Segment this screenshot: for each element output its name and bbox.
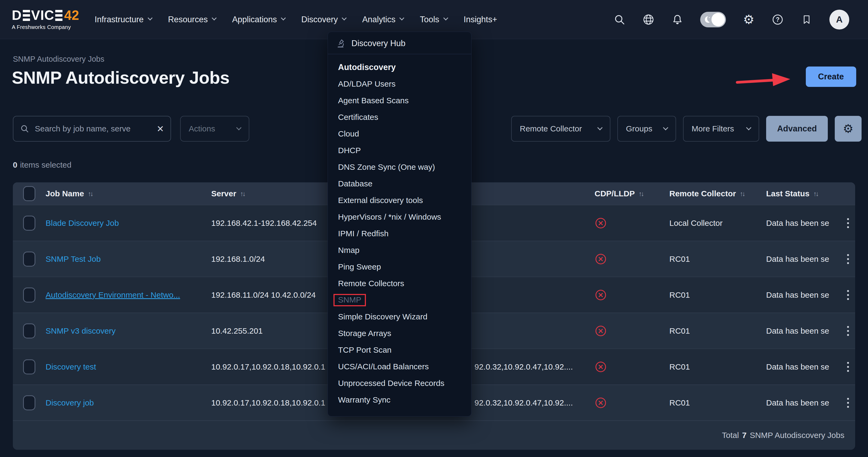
discovery-menu-item[interactable]: Simple Discovery Wizard xyxy=(338,308,471,325)
filter-label: More Filters xyxy=(692,124,734,133)
toggle-knob xyxy=(711,13,725,26)
column-header-server[interactable]: Server↑↓ xyxy=(211,189,245,198)
help-icon[interactable]: ? xyxy=(772,13,784,26)
job-name-link[interactable]: Autodiscovery Environment - Netwo... xyxy=(45,291,180,300)
row-actions-kebab[interactable] xyxy=(845,288,850,301)
discovery-menu-item[interactable]: Storage Arrays xyxy=(338,325,471,342)
annotation-arrow-icon xyxy=(735,70,792,90)
theme-toggle[interactable] xyxy=(700,12,726,27)
notifications-bell-icon[interactable] xyxy=(671,13,684,26)
discovery-menu-item[interactable]: Database xyxy=(338,175,471,192)
discovery-menu-item[interactable]: Warranty Sync xyxy=(338,392,471,408)
job-name-link[interactable]: SNMP v3 discovery xyxy=(45,326,116,336)
total-prefix: Total xyxy=(722,431,739,440)
snmp-highlight-box: SNMP xyxy=(334,294,366,306)
column-header-last-status[interactable]: Last Status↑↓ xyxy=(766,189,818,198)
column-header-job-name[interactable]: Job Name↑↓ xyxy=(45,189,92,198)
search-input[interactable] xyxy=(34,124,152,133)
row-checkbox[interactable] xyxy=(23,324,35,338)
row-checkbox[interactable] xyxy=(23,251,35,267)
row-checkbox[interactable] xyxy=(23,395,35,410)
cdp-lldp-error-icon xyxy=(595,361,607,373)
discovery-menu-item[interactable]: Agent Based Scans xyxy=(338,92,471,109)
job-name-link[interactable]: Discovery test xyxy=(45,362,96,371)
last-status-cell: Data has been se xyxy=(766,291,829,300)
discovery-hub-label: Discovery Hub xyxy=(351,39,406,48)
chevron-down-icon xyxy=(281,16,286,20)
search-icon[interactable] xyxy=(613,13,626,26)
row-actions-kebab[interactable] xyxy=(845,216,850,230)
discovery-menu-item-snmp-highlighted[interactable]: SNMP xyxy=(338,292,471,308)
server-cell: 192.168.11.0/24 10.42.0.0/24 xyxy=(211,291,316,300)
select-all-checkbox[interactable] xyxy=(23,186,35,201)
table-settings-gear-button[interactable]: ⚙ xyxy=(835,116,862,142)
row-actions-kebab[interactable] xyxy=(845,324,850,337)
device42-logo[interactable]: D VIC 42 A Freshworks Company xyxy=(12,8,79,30)
app-root: D VIC 42 A Freshworks Company Infrastruc… xyxy=(0,0,868,457)
discovery-menu-item[interactable]: Remote Collectors xyxy=(338,275,471,292)
chevron-down-icon xyxy=(148,16,152,20)
discovery-menu-item[interactable]: IPMI / Redfish xyxy=(338,225,471,242)
logo-wordmark: D VIC 42 xyxy=(12,8,79,22)
server-cell: 10.92.0.17,10.92.0.18,10.92.0.1 xyxy=(211,398,325,407)
user-avatar[interactable]: A xyxy=(829,10,849,30)
nav-item-infrastructure[interactable]: Infrastructure xyxy=(95,15,151,24)
filter-label: Groups xyxy=(626,124,652,133)
nav-item-applications[interactable]: Applications xyxy=(232,15,285,24)
row-actions-kebab[interactable] xyxy=(845,360,850,373)
discovery-menu-item[interactable]: HyperVisors / *nix / Windows xyxy=(338,209,471,225)
bookmark-icon[interactable] xyxy=(801,13,813,26)
nav-item-label: Resources xyxy=(168,15,208,24)
nav-item-analytics[interactable]: Analytics xyxy=(362,15,403,24)
discovery-menu-item[interactable]: Ping Sweep xyxy=(338,258,471,275)
nav-item-resources[interactable]: Resources xyxy=(168,15,216,24)
job-name-link[interactable]: SNMP Test Job xyxy=(45,254,101,264)
filter-remote-collector[interactable]: Remote Collector xyxy=(511,116,610,142)
discovery-menu-item[interactable]: AD/LDAP Users xyxy=(338,75,471,92)
globe-icon[interactable] xyxy=(642,13,655,26)
filter-groups[interactable]: Groups xyxy=(617,116,676,142)
discovery-menu-item[interactable]: Unprocessed Device Records xyxy=(338,375,471,392)
discovery-menu-item[interactable]: TCP Port Scan xyxy=(338,342,471,358)
column-header-remote-collector[interactable]: Remote Collector↑↓ xyxy=(669,189,744,198)
job-name-link[interactable]: Discovery job xyxy=(45,398,94,407)
nav-item-insights-[interactable]: Insights+ xyxy=(464,15,497,24)
advanced-button[interactable]: Advanced xyxy=(766,116,828,142)
logo-bar-e-icon xyxy=(55,10,62,21)
chevron-down-icon xyxy=(746,125,751,130)
discovery-menu-item[interactable]: DHCP xyxy=(338,142,471,159)
discovery-hub-microscope-icon xyxy=(336,38,346,49)
discovery-hub-item[interactable]: Discovery Hub xyxy=(328,32,471,54)
column-header-cdp-lldp[interactable]: CDP/LLDP↑↓ xyxy=(595,189,643,198)
discovery-menu-item[interactable]: Nmap xyxy=(338,242,471,258)
row-checkbox[interactable] xyxy=(23,216,35,231)
clear-search-icon[interactable]: ✕ xyxy=(157,124,164,133)
nav-item-tools[interactable]: Tools xyxy=(420,15,447,24)
discovery-menu-item[interactable]: DNS Zone Sync (One way) xyxy=(338,159,471,175)
row-checkbox[interactable] xyxy=(23,287,35,303)
create-button[interactable]: Create xyxy=(806,66,857,87)
settings-gear-icon[interactable]: ⚙ xyxy=(743,13,755,26)
chevron-down-icon xyxy=(663,125,668,130)
chevron-down-icon xyxy=(443,16,448,20)
nav-item-discovery[interactable]: Discovery xyxy=(301,15,345,24)
filters-group: Remote Collector Groups More Filters Adv… xyxy=(511,116,862,142)
actions-dropdown[interactable]: Actions xyxy=(180,116,249,142)
row-actions-kebab[interactable] xyxy=(845,252,850,266)
discovery-menu-item[interactable]: Certificates xyxy=(338,109,471,125)
row-actions-kebab[interactable] xyxy=(845,396,850,409)
topbar-icons: ⚙ ? A xyxy=(613,10,849,30)
row-checkbox[interactable] xyxy=(23,359,35,374)
chevron-down-icon xyxy=(342,16,347,20)
selection-status: 0items selected xyxy=(13,160,71,170)
discovery-menu-item[interactable]: External discovery tools xyxy=(338,192,471,209)
discovery-menu-item[interactable]: UCS/ACI/Load Balancers xyxy=(338,358,471,375)
remote-collector-cell: RC01 xyxy=(669,291,690,300)
nav-item-label: Tools xyxy=(420,15,439,24)
cdp-lldp-error-icon xyxy=(595,289,607,301)
sort-icon: ↑↓ xyxy=(813,190,818,197)
discovery-menu-item[interactable]: Cloud xyxy=(338,125,471,142)
filter-more-filters[interactable]: More Filters xyxy=(683,116,759,142)
discovery-menu-items: AD/LDAP UsersAgent Based ScansCertificat… xyxy=(338,75,471,408)
job-name-link[interactable]: Blade Discovery Job xyxy=(45,219,119,228)
